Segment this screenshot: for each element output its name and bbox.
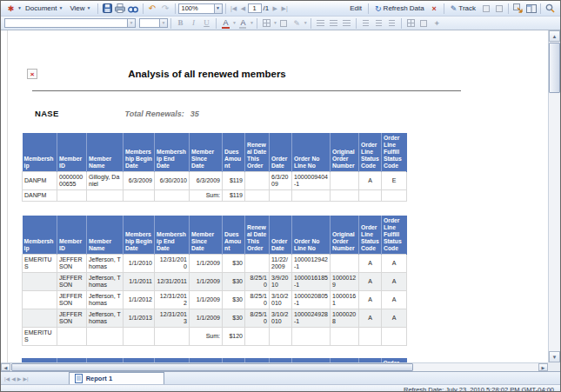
table-cell[interactable]: 1/1/2010	[124, 255, 155, 273]
chevron-down-icon[interactable]: ▼	[250, 21, 254, 25]
find-button[interactable]	[128, 3, 139, 14]
column-header[interactable]: Order Line Fulfill Status Code	[382, 216, 407, 255]
table-cell[interactable]: 6/3/2009	[190, 172, 223, 190]
edit-button[interactable]: Edit	[346, 3, 365, 13]
table-cell[interactable]	[124, 328, 155, 346]
table-cell[interactable]: 6/30/2010	[155, 172, 190, 190]
next-tab-button[interactable]: ▶	[17, 375, 22, 382]
column-header[interactable]: Membership End Date	[155, 133, 190, 172]
align-left-button[interactable]	[315, 17, 326, 29]
table-cell[interactable]: E	[382, 172, 407, 190]
table-cell[interactable]: 12/31/2013	[155, 309, 190, 328]
table-cell[interactable]: Sum:	[190, 190, 223, 202]
table-cell[interactable]: 1000009404-1	[292, 172, 331, 190]
table-cell[interactable]: 1/1/2009	[190, 309, 223, 328]
drill-button[interactable]	[512, 3, 524, 14]
column-header[interactable]: Member Name	[87, 216, 124, 255]
track-changes-button[interactable]: ✎ Track	[447, 3, 479, 14]
table-cell[interactable]: 8/25/10	[245, 273, 270, 291]
font-name-caret[interactable]: ▼	[128, 18, 136, 28]
table-cell[interactable]: 1000020805-1	[292, 291, 331, 309]
vertical-scrollbar[interactable]: ▲ ▼	[548, 30, 560, 362]
column-header[interactable]: Member ID	[57, 133, 87, 172]
column-header[interactable]: Membership	[23, 133, 57, 172]
valign-middle-button[interactable]	[373, 17, 384, 29]
first-page-button[interactable]: |◀	[230, 3, 238, 14]
zoom-select-caret[interactable]: ▼	[215, 3, 223, 14]
clear-format-button[interactable]	[418, 17, 430, 29]
bold-button[interactable]: B	[175, 17, 186, 29]
column-header[interactable]: Order Date	[270, 216, 292, 255]
last-page-button[interactable]: ▶|	[280, 3, 289, 14]
vertical-scroll-thumb[interactable]	[549, 43, 560, 93]
column-header[interactable]: Order Line Status Code	[359, 216, 382, 255]
chevron-down-icon[interactable]: ▼	[273, 21, 277, 25]
table-cell[interactable]: 6/3/2009	[124, 172, 155, 190]
table-cell[interactable]: A	[359, 309, 382, 328]
zoom-tool-button[interactable]	[544, 3, 556, 14]
table-cell[interactable]: A	[382, 309, 407, 328]
table-cell[interactable]	[155, 328, 190, 346]
table-cell[interactable]: EMERITUS	[23, 328, 57, 346]
table-cell[interactable]	[292, 190, 331, 202]
table-cell[interactable]: A	[359, 273, 382, 291]
table-cell[interactable]: 12/31/2011	[155, 273, 190, 291]
print-button[interactable]	[115, 3, 126, 14]
table-cell[interactable]: JEFFERSON	[57, 291, 87, 309]
chevron-down-icon[interactable]: ▼	[304, 21, 308, 25]
font-size-caret[interactable]: ▼	[160, 18, 168, 28]
table-cell[interactable]: $119	[223, 172, 245, 190]
table-cell[interactable]	[292, 328, 331, 346]
merge-cells-button[interactable]	[405, 17, 417, 29]
borders-button[interactable]	[261, 17, 272, 29]
table-cell[interactable]: 3/10/2010	[270, 291, 292, 309]
table-cell[interactable]: 1/1/2009	[190, 273, 223, 291]
column-header[interactable]: Member Name	[87, 133, 124, 172]
align-center-button[interactable]	[328, 17, 339, 29]
scroll-right-button[interactable]: ▶	[538, 363, 548, 371]
table-cell[interactable]: $119	[223, 190, 245, 202]
column-header[interactable]: Order Line Status Code	[359, 133, 382, 172]
table-cell[interactable]: A	[382, 273, 407, 291]
table-cell[interactable]: Jefferson, Thomas	[87, 273, 124, 291]
tab-report-1[interactable]: Report 1	[69, 372, 164, 384]
table-cell[interactable]: A	[382, 255, 407, 273]
underline-button[interactable]: U	[201, 17, 212, 29]
table-cell[interactable]: A	[382, 291, 407, 309]
column-header[interactable]: Membership	[23, 216, 57, 255]
table-cell[interactable]	[331, 255, 359, 273]
table-cell[interactable]	[270, 328, 292, 346]
table-cell[interactable]: 3/10/2010	[270, 309, 292, 328]
table-cell[interactable]: Jefferson, Thomas	[87, 309, 124, 328]
column-header[interactable]: Order Date	[270, 133, 292, 172]
scroll-down-button[interactable]: ▼	[549, 351, 560, 362]
undo-button[interactable]: ↶	[147, 3, 158, 14]
table-cell[interactable]	[23, 291, 57, 309]
last-tab-button[interactable]: ▶|	[23, 375, 28, 382]
column-header[interactable]: Dues Amount	[223, 216, 245, 255]
align-right-button[interactable]	[341, 17, 352, 29]
table-cell[interactable]	[382, 328, 407, 346]
horizontal-scroll-thumb[interactable]	[11, 363, 413, 371]
redo-button[interactable]: ↷	[160, 3, 171, 14]
table-cell[interactable]: 3/9/2010	[270, 273, 292, 291]
table-cell[interactable]: DANPM	[23, 172, 57, 190]
table-cell[interactable]: Sum:	[190, 328, 223, 346]
table-cell[interactable]	[359, 190, 382, 202]
column-header[interactable]: Renewal Date This Order	[245, 216, 270, 255]
table-cell[interactable]	[331, 172, 359, 190]
font-size-select[interactable]	[139, 18, 160, 28]
column-header[interactable]: Original Order Number	[331, 133, 359, 172]
table-cell[interactable]: $30	[223, 255, 245, 273]
table-cell[interactable]: 10000208	[331, 309, 359, 328]
table-cell[interactable]	[331, 328, 359, 346]
valign-bottom-button[interactable]	[386, 17, 397, 29]
table-cell[interactable]: A	[359, 255, 382, 273]
chevron-down-icon[interactable]: ▼	[232, 21, 237, 25]
scroll-left-button[interactable]: ◀	[1, 363, 10, 371]
table-cell[interactable]: 10000129	[331, 273, 359, 291]
table-cell[interactable]	[87, 328, 124, 346]
table-cell[interactable]	[245, 328, 270, 346]
table-cell[interactable]: $30	[223, 309, 245, 328]
column-header[interactable]: Renewal Date This Order	[245, 133, 270, 172]
